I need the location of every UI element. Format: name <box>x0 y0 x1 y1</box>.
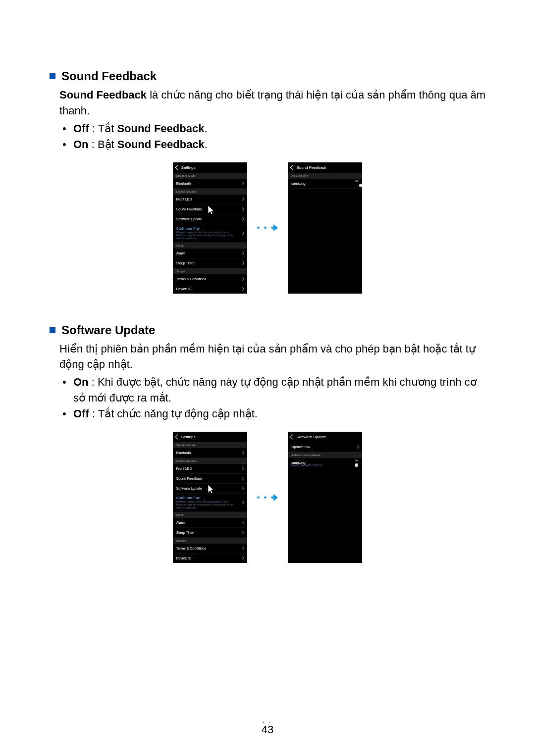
row-continuous-play[interactable]: Continuous Play When you arrive home, th… <box>173 224 247 243</box>
off-bold2: Sound Feedback <box>117 122 204 135</box>
speaker-name: samsung <box>291 182 305 185</box>
row-terms[interactable]: Terms & Conditions <box>173 544 247 554</box>
grp-all-speakers: All Speakers <box>288 173 362 179</box>
on-text: : Bật <box>89 138 117 151</box>
row-sound-feedback[interactable]: Sound Feedback <box>173 204 247 214</box>
continuous-play-label: Continuous Play <box>176 227 244 230</box>
sound-feedback-phone: Sound Feedback All Speakers samsung On <box>288 162 362 294</box>
row-software-update[interactable]: Software Update <box>173 484 247 494</box>
su-screen-title: Software Update <box>296 435 326 439</box>
continuous-play-label: Continuous Play <box>176 496 244 500</box>
terms-label: Terms & Conditions <box>176 277 207 281</box>
software-update-phone: Software Update Update now Software Auto… <box>288 432 362 563</box>
toggle-on-label: On <box>355 459 358 462</box>
back-icon[interactable] <box>175 165 180 170</box>
grp-support: Support <box>173 268 247 274</box>
row-terms[interactable]: Terms & Conditions <box>173 274 247 284</box>
row-sleep-timer[interactable]: Sleep Timer <box>173 258 247 268</box>
sound-feedback-label: Sound Feedback <box>176 477 203 480</box>
on-text: : Khi được bật, chức năng này tự động cậ… <box>73 376 477 404</box>
software-update-label: Software Update <box>176 217 202 221</box>
su-off-item: Off : Tắt chức năng tự động cập nhật. <box>59 406 488 422</box>
back-icon[interactable] <box>290 435 295 440</box>
su-on-item: On : Khi được bật, chức năng này tự động… <box>59 374 488 406</box>
su-description: Hiển thị phiên bản phần mềm hiện tại của… <box>59 341 488 373</box>
row-bluetooth[interactable]: Bluetooth <box>173 179 247 189</box>
chevron-right-icon <box>241 467 244 470</box>
transition-arrow-icon: • • • <box>257 223 278 232</box>
section-software-update: Software Update Hiển thị phiên bản phần … <box>47 323 488 563</box>
row-alarm[interactable]: Alarm <box>173 249 247 258</box>
row-sound-feedback[interactable]: Sound Feedback <box>173 474 247 484</box>
grp-device-settings: Device Settings <box>173 458 247 464</box>
row-device-id[interactable]: Device ID <box>173 554 247 563</box>
sleep-timer-label: Sleep Timer <box>176 531 195 534</box>
row-sleep-timer[interactable]: Sleep Timer <box>173 528 247 538</box>
section-sound-feedback: Sound Feedback Sound Feedback là chức nă… <box>47 69 488 294</box>
chevron-right-icon <box>241 451 244 454</box>
row-bluetooth[interactable]: Bluetooth <box>173 448 247 458</box>
on-label: On <box>73 138 89 151</box>
off-label: Off <box>73 122 89 135</box>
chevron-right-icon <box>241 477 244 480</box>
firmware-version: WAM750XWWB-XXXX.X <box>288 464 362 470</box>
row-front-led[interactable]: Front LED <box>173 195 247 204</box>
grp-clock: Clock <box>173 243 247 249</box>
sf-screen-title: Sound Feedback <box>296 165 326 170</box>
grp-speaker-mode: Speaker Mode <box>173 173 247 179</box>
toggle-on-label: On <box>355 179 358 182</box>
grp-clock: Clock <box>173 512 247 518</box>
bluetooth-label: Bluetooth <box>176 451 191 454</box>
chevron-right-icon <box>241 261 244 265</box>
row-update-now[interactable]: Update now <box>288 442 362 452</box>
off-text: : Tắt <box>89 122 117 135</box>
grp-auto-update: Software Auto Update <box>288 452 362 458</box>
back-icon[interactable] <box>175 435 180 440</box>
chevron-right-icon <box>241 231 244 235</box>
chevron-right-icon <box>241 521 244 524</box>
grp-speaker-mode: Speaker Mode <box>173 442 247 448</box>
update-now-label: Update now <box>291 445 310 449</box>
sound-feedback-label: Sound Feedback <box>176 207 203 211</box>
phone-header[interactable]: Settings <box>173 432 247 442</box>
page-number: . . 43 <box>262 717 273 736</box>
phone-header[interactable]: Sound Feedback <box>288 162 362 173</box>
grp-device-settings: Device Settings <box>173 189 247 195</box>
off-label: Off <box>73 407 89 420</box>
row-continuous-play[interactable]: Continuous Play When you arrive home, th… <box>173 494 247 512</box>
software-update-label: Software Update <box>176 487 202 490</box>
heading-row: Sound Feedback <box>50 69 488 83</box>
heading-sound-feedback: Sound Feedback <box>61 69 157 83</box>
row-alarm[interactable]: Alarm <box>173 518 247 528</box>
chevron-right-icon <box>241 198 244 201</box>
su-screenshots: Settings Speaker Mode Bluetooth Device S… <box>47 432 488 563</box>
row-device-id[interactable]: Device ID <box>173 284 247 294</box>
off-text: : Tắt chức năng tự động cập nhật. <box>89 407 258 420</box>
alarm-label: Alarm <box>176 252 185 255</box>
phone-header[interactable]: Software Update <box>288 432 362 442</box>
heading-row: Software Update <box>50 323 488 337</box>
settings-phone-1: Settings Speaker Mode Bluetooth Device S… <box>173 162 247 294</box>
pointer-cursor-icon <box>205 205 216 216</box>
device-id-label: Device ID <box>176 287 191 291</box>
on-tail: . <box>205 138 208 151</box>
on-bold2: Sound Feedback <box>117 138 205 151</box>
off-tail: . <box>204 122 207 135</box>
row-samsung-speaker[interactable]: samsung On <box>288 179 362 189</box>
row-software-update[interactable]: Software Update <box>173 214 247 224</box>
sf-options-list: Off : Tắt Sound Feedback. On : Bật Sound… <box>59 121 488 152</box>
bullet-square-icon <box>50 73 55 79</box>
chevron-right-icon <box>241 277 244 281</box>
terms-label: Terms & Conditions <box>176 547 207 550</box>
bluetooth-label: Bluetooth <box>176 182 191 185</box>
on-label: On <box>73 376 89 388</box>
row-front-led[interactable]: Front LED <box>173 464 247 474</box>
settings-title: Settings <box>181 435 196 439</box>
front-led-label: Front LED <box>176 467 192 470</box>
device-id-label: Device ID <box>176 556 191 560</box>
chevron-right-icon <box>241 207 244 211</box>
sleep-timer-label: Sleep Timer <box>176 261 195 265</box>
alarm-label: Alarm <box>176 521 185 524</box>
phone-header[interactable]: Settings <box>173 162 247 173</box>
back-icon[interactable] <box>290 165 295 170</box>
